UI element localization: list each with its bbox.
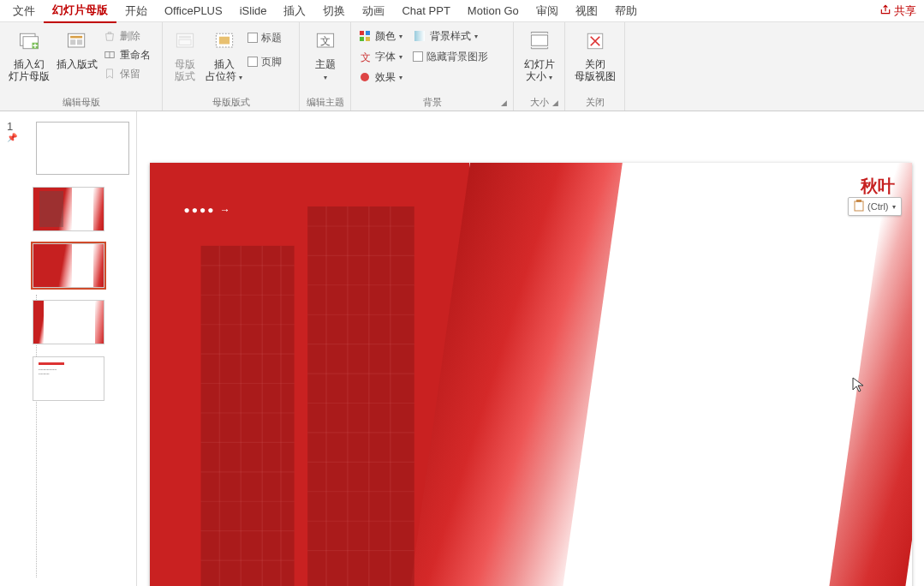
master-index: 1 (7, 120, 21, 133)
master-layout-button[interactable]: 母版 版式 (168, 26, 202, 85)
themes-icon: 文 (312, 27, 339, 55)
tab-home[interactable]: 开始 (116, 0, 156, 22)
effects-label: 效果 (375, 70, 396, 85)
tab-file[interactable]: 文件 (4, 0, 44, 22)
clipboard-icon (854, 200, 864, 213)
group-edit-master-label: 编辑母版 (5, 95, 157, 109)
tab-motiongo[interactable]: Motion Go (459, 1, 528, 21)
slide-size-button[interactable]: 幻灯片 大小 ▾ (521, 26, 558, 85)
tab-transitions[interactable]: 切换 (314, 0, 354, 22)
svg-rect-26 (855, 201, 863, 211)
tab-slide-master[interactable]: 幻灯片母版 (44, 0, 116, 23)
slide-master-preview[interactable]: ●●●● → 秋叶 (Ctrl) ▾ (150, 163, 912, 586)
effects-button[interactable]: 效果 ▾ (356, 69, 404, 86)
tab-view[interactable]: 视图 (567, 0, 606, 22)
svg-rect-27 (856, 200, 861, 202)
thumbnail-panel: 1 📌 ▪▪▪▪▪▪▪▪▪▪▪▪▪▪▪▪▪▪▪▪▪▪▪▪ (0, 111, 137, 586)
svg-rect-6 (77, 39, 82, 45)
master-layout-icon (171, 27, 199, 55)
tab-chatppt[interactable]: Chat PPT (393, 1, 458, 21)
chevron-down-icon: ▾ (399, 53, 402, 61)
chevron-down-icon: ▾ (324, 74, 327, 81)
title-checkbox[interactable]: 标题 (246, 29, 283, 46)
tab-officeplus[interactable]: OfficePLUS (156, 1, 231, 21)
background-dialog-launcher[interactable]: ◢ (501, 99, 511, 109)
rename-icon (103, 48, 116, 62)
footers-checkbox[interactable]: 页脚 (246, 53, 283, 70)
svg-rect-18 (366, 37, 370, 41)
slide-size-label: 幻灯片 大小 ▾ (524, 58, 555, 83)
background-styles-label: 背景样式 (430, 29, 471, 44)
hide-background-checkbox[interactable]: 隐藏背景图形 (411, 48, 490, 65)
themes-button[interactable]: 文 主题▾ (308, 26, 343, 85)
paste-options-button[interactable]: (Ctrl) ▾ (848, 197, 901, 216)
chevron-down-icon: ▾ (549, 74, 552, 81)
logo-text: 秋叶 (861, 175, 895, 198)
slide-canvas-area[interactable]: ●●●● → 秋叶 (Ctrl) ▾ (137, 111, 924, 586)
group-close: 关闭 母版视图 关闭 (565, 22, 625, 111)
dots-arrow-decoration: ●●●● → (184, 204, 232, 216)
themes-label: 主题▾ (315, 58, 336, 83)
workspace: 1 📌 ▪▪▪▪▪▪▪▪▪▪▪▪▪▪▪▪▪▪▪▪▪▪▪▪ (0, 111, 924, 586)
chevron-down-icon: ▾ (239, 74, 242, 81)
insert-placeholder-label: 插入 占位符 ▾ (206, 58, 242, 83)
tab-islide[interactable]: iSlide (231, 1, 276, 21)
svg-rect-12 (219, 37, 230, 45)
checkbox-icon (247, 33, 258, 43)
checkbox-icon (413, 51, 423, 62)
svg-rect-9 (179, 36, 191, 39)
thumb-master[interactable] (36, 122, 129, 175)
preserve-button[interactable]: 保留 (101, 65, 152, 82)
effects-icon (358, 70, 372, 84)
chevron-down-icon: ▾ (892, 203, 896, 211)
insert-slide-master-label: 插入幻 灯片母版 (9, 58, 50, 83)
insert-layout-label: 插入版式 (57, 58, 98, 70)
background-styles-button[interactable]: 背景样式 ▾ (411, 27, 490, 45)
colors-icon (358, 29, 372, 43)
share-button[interactable]: 共享 (879, 3, 920, 19)
pin-icon: 📌 (7, 133, 21, 142)
footers-checkbox-label: 页脚 (261, 55, 282, 69)
red-stripe-right (821, 163, 911, 586)
tab-animations[interactable]: 动画 (354, 0, 393, 22)
share-label: 共享 (894, 3, 916, 19)
close-master-view-button[interactable]: 关闭 母版视图 (571, 26, 619, 85)
fonts-button[interactable]: 文 字体 ▾ (356, 48, 404, 65)
svg-rect-22 (531, 35, 547, 45)
thumb-layout-2[interactable] (33, 243, 104, 288)
group-edit-theme-label: 编辑主题 (305, 95, 345, 109)
colors-button[interactable]: 颜色 ▾ (356, 27, 404, 45)
insert-layout-button[interactable]: 插入版式 (53, 26, 101, 72)
slide-size-icon (526, 27, 553, 55)
svg-text:文: 文 (361, 51, 371, 63)
insert-placeholder-icon (211, 27, 238, 55)
share-icon (879, 3, 891, 18)
colors-label: 颜色 (375, 29, 396, 44)
group-close-label: 关闭 (570, 95, 619, 109)
delete-button[interactable]: 删除 (101, 27, 152, 45)
rename-button[interactable]: 重命名 (101, 46, 152, 63)
group-master-layout-label: 母版版式 (168, 95, 294, 109)
fonts-label: 字体 (375, 50, 396, 64)
size-dialog-launcher[interactable]: ◢ (552, 99, 563, 109)
insert-slide-master-button[interactable]: 插入幻 灯片母版 (5, 26, 53, 85)
tab-review[interactable]: 审阅 (528, 0, 567, 22)
thumb-layout-4[interactable]: ▪▪▪▪▪▪▪▪▪▪▪▪▪▪▪▪▪▪▪▪▪▪▪▪ (33, 356, 104, 401)
insert-layout-icon (63, 27, 91, 55)
thumb-layout-3[interactable] (33, 300, 104, 344)
fonts-icon: 文 (358, 50, 372, 63)
rename-label: 重命名 (120, 48, 151, 63)
chevron-down-icon: ▾ (399, 74, 402, 81)
insert-slide-master-icon (15, 27, 43, 55)
tab-help[interactable]: 帮助 (606, 0, 646, 22)
paste-options-label: (Ctrl) (867, 201, 888, 212)
background-styles-icon (413, 29, 426, 43)
delete-icon (103, 29, 116, 43)
thumb-layout-1[interactable] (33, 187, 104, 231)
ribbon: 插入幻 灯片母版 插入版式 删除 重命名 保留 (0, 22, 924, 111)
tab-insert[interactable]: 插入 (275, 0, 314, 22)
insert-placeholder-button[interactable]: 插入 占位符 ▾ (202, 26, 246, 85)
master-layout-label: 母版 版式 (175, 58, 195, 83)
ribbon-tabs: 文件 幻灯片母版 开始 OfficePLUS iSlide 插入 切换 动画 C… (0, 0, 924, 22)
svg-text:文: 文 (320, 35, 331, 47)
